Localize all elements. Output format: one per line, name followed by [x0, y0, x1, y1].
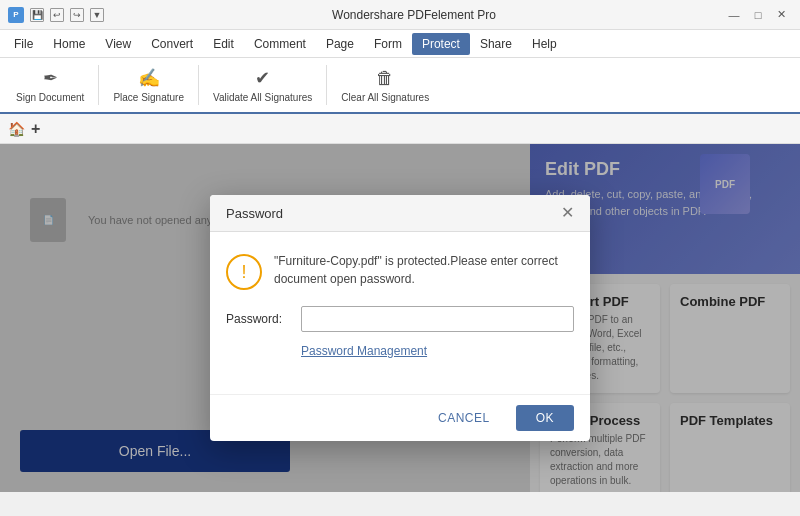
title-bar-left: P 💾 ↩ ↪ ▼ [8, 7, 104, 23]
cancel-button[interactable]: CANCEL [422, 405, 506, 431]
dialog-close-button[interactable]: ✕ [561, 205, 574, 221]
add-tab-btn[interactable]: + [31, 120, 40, 138]
minimize-button[interactable]: — [724, 5, 744, 25]
window-controls: — □ ✕ [724, 5, 792, 25]
password-input[interactable] [301, 306, 574, 332]
menu-view[interactable]: View [95, 33, 141, 55]
sign-document-icon: ✒ [43, 67, 58, 89]
redo-quick-btn[interactable]: ↪ [70, 8, 84, 22]
password-dialog: Password ✕ ! "Furniture-Copy.pdf" is pro… [210, 195, 590, 441]
more-quick-btn[interactable]: ▼ [90, 8, 104, 22]
menu-file[interactable]: File [4, 33, 43, 55]
ribbon-divider-3 [326, 65, 327, 105]
dialog-footer: CANCEL OK [210, 394, 590, 441]
place-signature-btn[interactable]: ✍ Place Signature [105, 63, 192, 107]
dialog-body: ! "Furniture-Copy.pdf" is protected.Plea… [210, 232, 590, 394]
menu-protect[interactable]: Protect [412, 33, 470, 55]
window-title: Wondershare PDFelement Pro [332, 8, 496, 22]
menu-edit[interactable]: Edit [203, 33, 244, 55]
menu-share[interactable]: Share [470, 33, 522, 55]
maximize-button[interactable]: □ [748, 5, 768, 25]
warning-section: ! "Furniture-Copy.pdf" is protected.Plea… [226, 252, 574, 290]
menu-page[interactable]: Page [316, 33, 364, 55]
warning-icon: ! [226, 254, 262, 290]
clear-all-signatures-btn[interactable]: 🗑 Clear All Signatures [333, 64, 437, 107]
app-icon: P [8, 7, 24, 23]
menu-form[interactable]: Form [364, 33, 412, 55]
ribbon-toolbar: ✒ Sign Document ✍ Place Signature ✔ Vali… [0, 58, 800, 114]
ribbon-divider-2 [198, 65, 199, 105]
menu-home[interactable]: Home [43, 33, 95, 55]
password-management-link[interactable]: Password Management [301, 344, 574, 358]
password-label: Password: [226, 312, 291, 326]
clear-signatures-label: Clear All Signatures [341, 92, 429, 103]
menu-bar: File Home View Convert Edit Comment Page… [0, 30, 800, 58]
place-signature-icon: ✍ [138, 67, 160, 89]
ribbon-divider-1 [98, 65, 99, 105]
sign-document-btn[interactable]: ✒ Sign Document [8, 63, 92, 107]
ok-button[interactable]: OK [516, 405, 574, 431]
dialog-header: Password ✕ [210, 195, 590, 232]
home-nav-btn[interactable]: 🏠 [8, 121, 25, 137]
close-button[interactable]: ✕ [772, 5, 792, 25]
place-signature-label: Place Signature [113, 92, 184, 103]
dialog-title: Password [226, 206, 283, 221]
menu-comment[interactable]: Comment [244, 33, 316, 55]
title-bar: P 💾 ↩ ↪ ▼ Wondershare PDFelement Pro — □… [0, 0, 800, 30]
menu-convert[interactable]: Convert [141, 33, 203, 55]
validate-label: Validate All Signatures [213, 92, 312, 103]
validate-all-signatures-btn[interactable]: ✔ Validate All Signatures [205, 63, 320, 107]
clear-signatures-icon: 🗑 [376, 68, 394, 89]
main-content: 📄 You have not opened any files yet. Ope… [0, 144, 800, 492]
save-quick-btn[interactable]: 💾 [30, 8, 44, 22]
menu-help[interactable]: Help [522, 33, 567, 55]
validate-icon: ✔ [255, 67, 270, 89]
undo-quick-btn[interactable]: ↩ [50, 8, 64, 22]
sign-document-label: Sign Document [16, 92, 84, 103]
password-row: Password: [226, 306, 574, 332]
nav-bar: 🏠 + [0, 114, 800, 144]
warning-text: "Furniture-Copy.pdf" is protected.Please… [274, 252, 574, 288]
modal-overlay: Password ✕ ! "Furniture-Copy.pdf" is pro… [0, 144, 800, 492]
